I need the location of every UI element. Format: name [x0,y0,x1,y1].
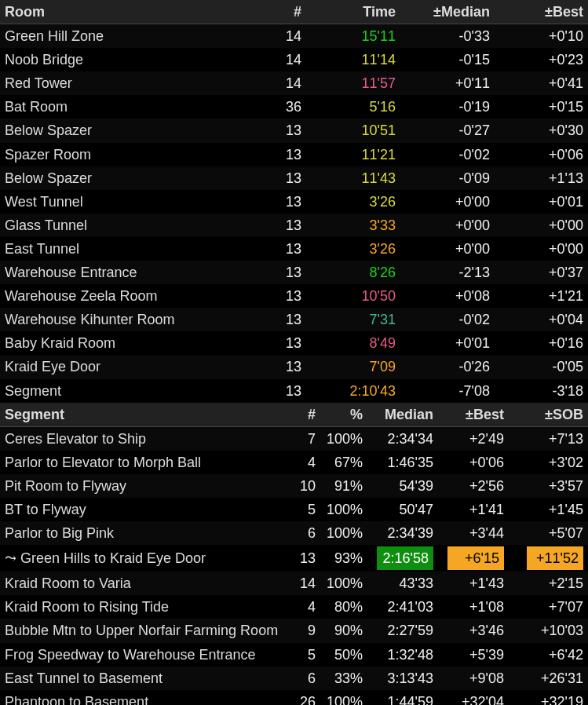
room-name: Glass Tunnel [0,214,259,237]
room-best: -3'18 [495,379,588,403]
segment-count: 26 [286,690,320,705]
room-name: Below Spazer [0,119,259,142]
table-row: West Tunnel133'26+0'00+0'01 [0,190,588,214]
table-row: BT to Flyway5100%50'47+1'41+1'45 [0,498,588,521]
table-row: Kraid Eye Door137'09-0'26-0'05 [0,355,588,378]
segment-best: +3'44 [438,521,509,545]
room-median: -7'08 [400,379,495,403]
room-name: Kraid Eye Door [0,355,259,378]
col-seg-best: ±Best [438,403,509,427]
segment-count: 6 [286,667,320,690]
segment-best: +9'08 [438,667,509,690]
room-count: 13 [259,308,306,331]
table-row: Kraid Room to Rising Tide480%2:41'03+1'0… [0,595,588,619]
segment-pct: 100% [320,426,367,451]
segment-median: 1:32'48 [367,643,438,667]
table-row: Glass Tunnel133'33+0'00+0'00 [0,214,588,237]
table-row: Phantoon to Basement26100%1:44'59+32'04+… [0,690,588,705]
room-time: 7'09 [306,355,400,378]
table-row: Warehouse Entrance138'26-2'13+0'37 [0,261,588,284]
table-row: Spazer Room1311'21-0'02+0'06 [0,143,588,166]
room-count: 13 [259,261,306,284]
room-median: +0'08 [400,284,495,308]
room-median: -0'33 [400,24,495,49]
room-time: 11'14 [306,48,400,71]
room-best: +1'21 [495,284,588,308]
segment-median: 54'39 [367,474,438,498]
table-row: East Tunnel to Basement633%3:13'43+9'08+… [0,667,588,690]
room-table: Room # Time ±Median ±Best Green Hill Zon… [0,0,588,403]
room-median: -0'02 [400,308,495,331]
table-row: ⤳ Green Hills to Kraid Eye Door1393%2:16… [0,545,588,572]
room-time: 10'50 [306,284,400,308]
room-median: -0'15 [400,48,495,71]
segment-best: +2'56 [438,474,509,498]
segment-sob: +3'57 [509,474,588,498]
segment-count: 5 [286,643,320,667]
segment-pct: 50% [320,643,367,667]
segment-pct: 33% [320,667,367,690]
room-name: Bat Room [0,95,259,119]
room-time: 3'26 [306,190,400,214]
room-time: 3'33 [306,214,400,237]
segment-name: Frog Speedway to Warehouse Entrance [0,643,286,667]
col-best: ±Best [495,0,588,24]
segment-sob: +7'07 [509,595,588,619]
segment-name: Kraid Room to Rising Tide [0,595,286,619]
segment-pct: 100% [320,690,367,705]
room-median: -0'19 [400,95,495,119]
segment-best: +1'43 [438,572,509,595]
segment-count: 7 [286,426,320,451]
segment-count: 10 [286,474,320,498]
room-best: -0'05 [495,355,588,378]
table-row: Segment132:10'43-7'08-3'18 [0,379,588,403]
room-name: Green Hill Zone [0,24,259,49]
table-row: Kraid Room to Varia14100%43'33+1'43+2'15 [0,572,588,595]
room-table-header: Room # Time ±Median ±Best [0,0,588,24]
room-time: 5'16 [306,95,400,119]
segment-sob: +26'31 [509,667,588,690]
table-row: Parlor to Elevator to Morph Ball467%1:46… [0,451,588,474]
room-median: -0'02 [400,143,495,166]
room-median: -0'27 [400,119,495,142]
table-row: Baby Kraid Room138'49+0'01+0'16 [0,331,588,355]
segment-table: Segment # % Median ±Best ±SOB Ceres Elev… [0,403,588,705]
room-count: 13 [259,379,306,403]
segment-best: +2'49 [438,426,509,451]
room-name: West Tunnel [0,190,259,214]
room-count: 13 [259,355,306,378]
room-name: East Tunnel [0,237,259,261]
room-time: 11'21 [306,143,400,166]
room-count: 13 [259,119,306,142]
table-row: Below Spazer1310'51-0'27+0'30 [0,119,588,142]
segment-name: Parlor to Big Pink [0,521,286,545]
segment-count: 9 [286,619,320,642]
segment-count: 14 [286,572,320,595]
table-row: Bubble Mtn to Upper Norfair Farming Room… [0,619,588,642]
room-best: +0'00 [495,214,588,237]
segment-count: 4 [286,451,320,474]
table-row: Below Spazer1311'43-0'09+1'13 [0,166,588,190]
segment-pct: 100% [320,498,367,521]
room-median: +0'11 [400,71,495,95]
room-median: +0'00 [400,237,495,261]
room-count: 14 [259,24,306,49]
room-name: Warehouse Zeela Room [0,284,259,308]
table-row: Noob Bridge1411'14-0'15+0'23 [0,48,588,71]
room-best: +0'30 [495,119,588,142]
room-best: +0'00 [495,237,588,261]
room-time: 8'26 [306,261,400,284]
room-time: 7'31 [306,308,400,331]
room-best: +0'04 [495,308,588,331]
segment-pct: 100% [320,572,367,595]
segment-best: +32'04 [438,690,509,705]
segment-best: +1'08 [438,595,509,619]
room-count: 13 [259,214,306,237]
room-median: -0'09 [400,166,495,190]
room-best: +0'10 [495,24,588,49]
table-row: East Tunnel133'26+0'00+0'00 [0,237,588,261]
room-name: Warehouse Kihunter Room [0,308,259,331]
segment-pct: 67% [320,451,367,474]
segment-name: Phantoon to Basement [0,690,286,705]
room-time: 11'43 [306,166,400,190]
